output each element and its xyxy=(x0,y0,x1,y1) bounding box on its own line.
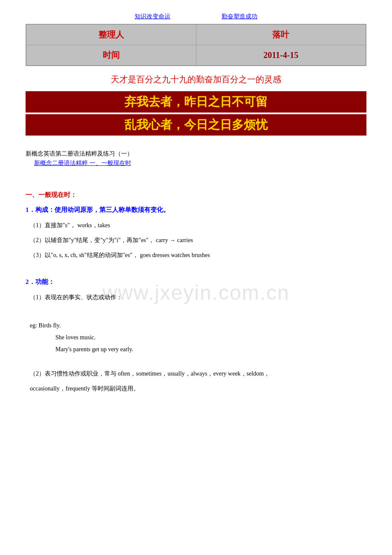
intro-main: 新概念英语第二册语法精粹及练习（一） xyxy=(26,150,366,158)
section1-heading: 一、一般现在时： xyxy=(26,191,366,199)
example-2: She loves music. xyxy=(30,332,366,344)
date-label: 时间 xyxy=(26,45,196,66)
rule-2-2b: occasionally，frequently 等时间副词连用。 xyxy=(26,383,366,394)
point2-heading: 2．功能： xyxy=(26,278,366,286)
banner-line1-block: 弃我去者，昨日之日不可留 xyxy=(26,91,366,113)
right-link[interactable]: 勤奋塑造成功 xyxy=(222,13,257,20)
organizer-value: 落叶 xyxy=(196,24,366,45)
date-value: 2011-4-15 xyxy=(196,45,366,66)
point1-heading: 1．构成：使用动词原形，第三人称单数须有变化。 xyxy=(26,206,366,214)
organizer-label: 整理人 xyxy=(26,24,196,45)
subtitle-text: 天才是百分之九十九的勤奋加百分之一的灵感 xyxy=(26,74,366,85)
rule-2-2a: （2）表习惯性动作或职业，常与 often，sometimes，usually，… xyxy=(26,368,366,379)
rule-1-1: （1）直接加"s"， works，takes xyxy=(26,220,366,231)
left-link[interactable]: 知识改变命运 xyxy=(135,13,170,20)
rule-1-2: （2）以辅音加"y"结尾，变"y"为"i"，再加"es"， carry → ca… xyxy=(26,235,366,246)
banner-line1: 弃我去者，昨日之日不可留 xyxy=(31,94,361,110)
example-1: eg: Birds fly. xyxy=(30,320,366,332)
main-content: 一、一般现在时： 1．构成：使用动词原形，第三人称单数须有变化。 （1）直接加"… xyxy=(26,191,366,394)
banner-line2: 乱我心者，今日之日多烦忧 xyxy=(31,117,361,133)
examples-block: eg: Birds fly. She loves music. Mary's p… xyxy=(26,320,366,356)
rule-1-3: （3）以"o, s, x, ch, sh"结尾的动词加"es"， goes dr… xyxy=(26,250,366,260)
intro-sub: 新概念二册语法精粹 一、一般现在时 xyxy=(26,159,366,167)
info-table: 整理人 落叶 时间 2011-4-15 xyxy=(26,24,366,66)
banner-line2-block: 乱我心者，今日之日多烦忧 xyxy=(26,114,366,136)
rule-2-1: （1）表现在的事实、状态或动作： xyxy=(26,292,366,303)
top-links-row: 知识改变命运 勤奋塑造成功 xyxy=(26,13,366,20)
content-with-watermark: www.jxeyin.com.cn 一、一般现在时： 1．构成：使用动词原形，第… xyxy=(26,191,366,394)
example-3: Mary's parents get up very early. xyxy=(30,344,366,356)
